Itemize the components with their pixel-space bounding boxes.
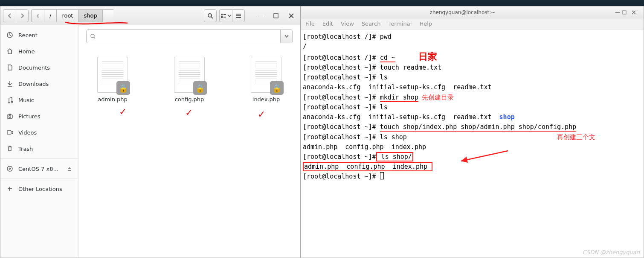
nav-buttons [3, 9, 29, 22]
svg-rect-5 [221, 16, 223, 18]
menu-file[interactable]: File [305, 21, 315, 27]
svg-line-24 [94, 37, 95, 38]
sidebar-item-label: Home [18, 48, 35, 55]
breadcrumb-root[interactable]: / [44, 9, 56, 22]
lock-badge-icon: 🔒 [193, 81, 207, 95]
hdd-icon [37, 13, 39, 18]
svg-point-16 [9, 116, 11, 118]
file-item[interactable]: 🔒 config.php [164, 57, 215, 103]
eject-button[interactable] [67, 166, 72, 171]
close-icon [632, 10, 636, 15]
file-manager-window: / root shop [0, 6, 301, 258]
close-button[interactable] [632, 10, 641, 15]
download-icon [6, 80, 13, 87]
menu-help[interactable]: Help [419, 21, 432, 27]
video-icon [6, 129, 13, 136]
svg-line-3 [211, 17, 213, 18]
sidebar-item-downloads[interactable]: Downloads [0, 76, 78, 92]
sidebar-item-label: Videos [18, 129, 37, 136]
svg-point-19 [7, 166, 12, 171]
breadcrumb-overflow[interactable] [102, 9, 113, 22]
lock-badge-icon: 🔒 [270, 81, 284, 95]
sidebar-separator [0, 158, 78, 159]
desktop-top-panel [0, 0, 644, 6]
maximize-button[interactable] [270, 9, 282, 22]
search-dropdown-button[interactable] [280, 30, 292, 43]
doc-icon [6, 64, 13, 71]
menu-button[interactable] [232, 9, 245, 22]
annotation-note: 先创建目录 [418, 94, 454, 101]
sidebar-item-pictures[interactable]: Pictures [0, 108, 78, 124]
file-label: config.php [175, 96, 204, 103]
chevron-down-icon [284, 35, 289, 38]
file-grid: 🔒 admin.php 🔒 config.php 🔒 index.php [78, 46, 300, 258]
svg-line-28 [461, 151, 508, 161]
file-label: admin.php [98, 96, 128, 103]
svg-point-2 [208, 14, 212, 17]
menu-edit[interactable]: Edit [322, 21, 333, 27]
plus-icon [6, 185, 13, 192]
svg-rect-0 [37, 15, 39, 17]
file-search-box[interactable] [86, 29, 293, 43]
path-bar: / root shop [31, 9, 113, 22]
terminal-menubar: File Edit View Search Terminal Help [301, 18, 644, 29]
sidebar-item-videos[interactable]: Videos [0, 124, 78, 141]
file-view-area: 🔒 admin.php 🔒 config.php 🔒 index.php ✓ ✓ [78, 25, 300, 258]
path-picker-button[interactable] [31, 9, 44, 22]
file-icon: 🔒 [97, 57, 128, 93]
menu-search[interactable]: Search [362, 21, 381, 27]
camera-icon [6, 113, 13, 120]
minimize-button[interactable]: — [613, 9, 622, 15]
sidebar-item-label: Documents [18, 64, 50, 71]
menu-view[interactable]: View [341, 21, 354, 27]
svg-point-23 [91, 34, 94, 38]
sidebar-item-trash[interactable]: Trash [0, 141, 78, 157]
clock-icon [6, 32, 13, 38]
file-item[interactable]: 🔒 index.php [241, 57, 292, 103]
terminal-output[interactable]: [root@localhost /]# pwd / [root@localhos… [301, 29, 644, 258]
svg-rect-11 [274, 14, 278, 18]
svg-rect-6 [223, 14, 226, 15]
sidebar-item-documents[interactable]: Documents [0, 59, 78, 76]
breadcrumb-shop[interactable]: shop [78, 9, 102, 22]
sidebar-item-recent[interactable]: Recent [0, 27, 78, 43]
minimize-button[interactable]: — [254, 9, 267, 22]
sidebar-item-label: Music [18, 97, 34, 103]
sidebar-item-label: Recent [18, 32, 38, 38]
svg-point-20 [9, 168, 11, 170]
sidebar-item-label: CentOS 7 x8… [18, 166, 58, 172]
breadcrumb-label: shop [84, 12, 97, 19]
sidebar-item-music[interactable]: Music [0, 92, 78, 108]
sidebar-item-label: Other Locations [18, 186, 62, 192]
maximize-button[interactable] [622, 10, 632, 15]
disc-icon [6, 165, 13, 172]
view-mode-buttons [219, 9, 245, 22]
file-item[interactable]: 🔒 admin.php [87, 57, 138, 103]
svg-rect-17 [9, 114, 11, 115]
list-view-button[interactable] [219, 9, 232, 22]
breadcrumb-label: root [62, 12, 73, 19]
sidebar-item-home[interactable]: Home [0, 43, 78, 59]
sidebar-item-centos-disc[interactable]: CentOS 7 x8… [0, 161, 78, 177]
menu-terminal[interactable]: Terminal [388, 21, 412, 27]
directory-name: shop [499, 113, 515, 121]
breadcrumb-root-folder[interactable]: root [56, 9, 78, 22]
close-button[interactable] [285, 9, 298, 22]
sidebar-item-label: Pictures [18, 113, 40, 120]
eject-icon [67, 166, 72, 171]
forward-button[interactable] [16, 9, 29, 22]
svg-rect-25 [623, 11, 626, 14]
annotation-arrow [459, 148, 510, 165]
sidebar-item-other-locations[interactable]: Other Locations [0, 181, 78, 197]
watermark: CSDN @zhengyquan [583, 249, 640, 255]
svg-rect-7 [223, 17, 226, 18]
breadcrumb-label: / [49, 12, 51, 19]
trash-icon [6, 145, 13, 152]
search-button[interactable] [204, 9, 217, 22]
file-search-input[interactable] [99, 30, 280, 43]
file-icon: 🔒 [251, 57, 281, 93]
back-button[interactable] [3, 9, 16, 22]
terminal-titlebar: zhengyquan@localhost:~ — [301, 6, 644, 18]
annotation-handwriting: 日家 [418, 51, 437, 62]
terminal-title: zhengyquan@localhost:~ [312, 9, 613, 15]
